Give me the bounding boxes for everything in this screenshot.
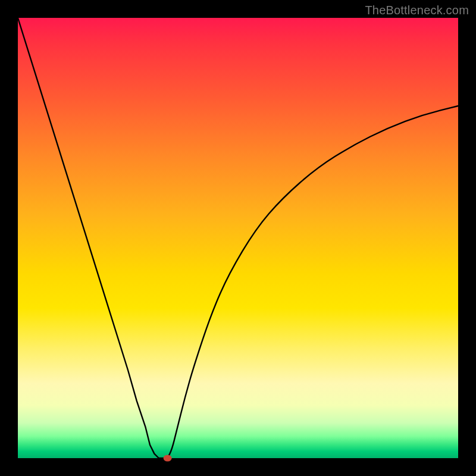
curve-svg: [18, 18, 458, 458]
curve-right-branch: [168, 106, 458, 458]
plot-area: [18, 18, 458, 458]
minimum-marker: [164, 455, 172, 462]
watermark-text: TheBottleneck.com: [365, 4, 469, 17]
chart-frame: TheBottleneck.com: [0, 0, 476, 476]
curve-left-branch: [18, 18, 168, 458]
